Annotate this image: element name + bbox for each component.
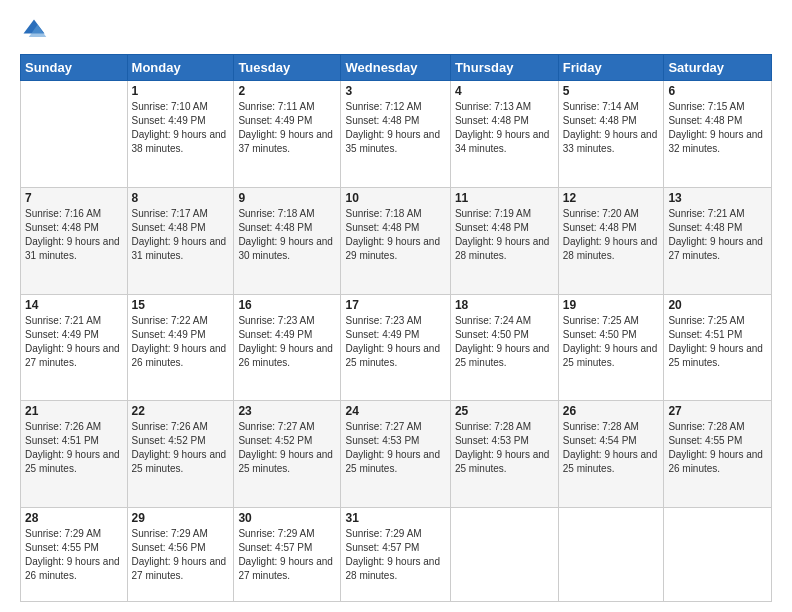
calendar-cell: 5Sunrise: 7:14 AMSunset: 4:48 PMDaylight… xyxy=(558,81,664,188)
day-number: 22 xyxy=(132,404,230,418)
day-info: Sunrise: 7:14 AMSunset: 4:48 PMDaylight:… xyxy=(563,100,660,156)
day-number: 11 xyxy=(455,191,554,205)
calendar-week-row: 21Sunrise: 7:26 AMSunset: 4:51 PMDayligh… xyxy=(21,401,772,508)
calendar-cell xyxy=(558,508,664,602)
day-number: 25 xyxy=(455,404,554,418)
day-info: Sunrise: 7:28 AMSunset: 4:55 PMDaylight:… xyxy=(668,420,767,476)
day-number: 30 xyxy=(238,511,336,525)
day-number: 9 xyxy=(238,191,336,205)
page: SundayMondayTuesdayWednesdayThursdayFrid… xyxy=(0,0,792,612)
weekday-header-friday: Friday xyxy=(558,55,664,81)
day-info: Sunrise: 7:25 AMSunset: 4:51 PMDaylight:… xyxy=(668,314,767,370)
day-info: Sunrise: 7:21 AMSunset: 4:48 PMDaylight:… xyxy=(668,207,767,263)
day-info: Sunrise: 7:27 AMSunset: 4:52 PMDaylight:… xyxy=(238,420,336,476)
calendar-week-row: 28Sunrise: 7:29 AMSunset: 4:55 PMDayligh… xyxy=(21,508,772,602)
day-info: Sunrise: 7:20 AMSunset: 4:48 PMDaylight:… xyxy=(563,207,660,263)
calendar-week-row: 7Sunrise: 7:16 AMSunset: 4:48 PMDaylight… xyxy=(21,187,772,294)
calendar-week-row: 1Sunrise: 7:10 AMSunset: 4:49 PMDaylight… xyxy=(21,81,772,188)
calendar-cell: 22Sunrise: 7:26 AMSunset: 4:52 PMDayligh… xyxy=(127,401,234,508)
day-info: Sunrise: 7:18 AMSunset: 4:48 PMDaylight:… xyxy=(345,207,445,263)
day-number: 14 xyxy=(25,298,123,312)
calendar-cell: 30Sunrise: 7:29 AMSunset: 4:57 PMDayligh… xyxy=(234,508,341,602)
day-info: Sunrise: 7:26 AMSunset: 4:51 PMDaylight:… xyxy=(25,420,123,476)
day-info: Sunrise: 7:17 AMSunset: 4:48 PMDaylight:… xyxy=(132,207,230,263)
day-info: Sunrise: 7:29 AMSunset: 4:55 PMDaylight:… xyxy=(25,527,123,583)
day-info: Sunrise: 7:27 AMSunset: 4:53 PMDaylight:… xyxy=(345,420,445,476)
calendar-cell: 3Sunrise: 7:12 AMSunset: 4:48 PMDaylight… xyxy=(341,81,450,188)
day-number: 18 xyxy=(455,298,554,312)
calendar-cell: 16Sunrise: 7:23 AMSunset: 4:49 PMDayligh… xyxy=(234,294,341,401)
day-info: Sunrise: 7:23 AMSunset: 4:49 PMDaylight:… xyxy=(238,314,336,370)
day-number: 29 xyxy=(132,511,230,525)
day-info: Sunrise: 7:24 AMSunset: 4:50 PMDaylight:… xyxy=(455,314,554,370)
calendar-cell xyxy=(21,81,128,188)
day-number: 27 xyxy=(668,404,767,418)
day-number: 26 xyxy=(563,404,660,418)
calendar-cell: 21Sunrise: 7:26 AMSunset: 4:51 PMDayligh… xyxy=(21,401,128,508)
calendar-cell: 11Sunrise: 7:19 AMSunset: 4:48 PMDayligh… xyxy=(450,187,558,294)
day-number: 6 xyxy=(668,84,767,98)
calendar-cell: 8Sunrise: 7:17 AMSunset: 4:48 PMDaylight… xyxy=(127,187,234,294)
day-info: Sunrise: 7:22 AMSunset: 4:49 PMDaylight:… xyxy=(132,314,230,370)
logo xyxy=(20,16,52,44)
day-info: Sunrise: 7:29 AMSunset: 4:57 PMDaylight:… xyxy=(238,527,336,583)
calendar-cell: 9Sunrise: 7:18 AMSunset: 4:48 PMDaylight… xyxy=(234,187,341,294)
logo-icon xyxy=(20,16,48,44)
day-number: 10 xyxy=(345,191,445,205)
calendar-cell: 13Sunrise: 7:21 AMSunset: 4:48 PMDayligh… xyxy=(664,187,772,294)
calendar-cell: 14Sunrise: 7:21 AMSunset: 4:49 PMDayligh… xyxy=(21,294,128,401)
calendar-cell: 28Sunrise: 7:29 AMSunset: 4:55 PMDayligh… xyxy=(21,508,128,602)
weekday-header-thursday: Thursday xyxy=(450,55,558,81)
day-info: Sunrise: 7:13 AMSunset: 4:48 PMDaylight:… xyxy=(455,100,554,156)
day-number: 17 xyxy=(345,298,445,312)
day-number: 5 xyxy=(563,84,660,98)
calendar-table: SundayMondayTuesdayWednesdayThursdayFrid… xyxy=(20,54,772,602)
day-info: Sunrise: 7:28 AMSunset: 4:53 PMDaylight:… xyxy=(455,420,554,476)
calendar-cell: 15Sunrise: 7:22 AMSunset: 4:49 PMDayligh… xyxy=(127,294,234,401)
day-info: Sunrise: 7:10 AMSunset: 4:49 PMDaylight:… xyxy=(132,100,230,156)
day-info: Sunrise: 7:25 AMSunset: 4:50 PMDaylight:… xyxy=(563,314,660,370)
day-info: Sunrise: 7:12 AMSunset: 4:48 PMDaylight:… xyxy=(345,100,445,156)
day-number: 2 xyxy=(238,84,336,98)
day-number: 23 xyxy=(238,404,336,418)
calendar-cell: 6Sunrise: 7:15 AMSunset: 4:48 PMDaylight… xyxy=(664,81,772,188)
day-info: Sunrise: 7:16 AMSunset: 4:48 PMDaylight:… xyxy=(25,207,123,263)
day-number: 15 xyxy=(132,298,230,312)
day-number: 8 xyxy=(132,191,230,205)
calendar-cell: 12Sunrise: 7:20 AMSunset: 4:48 PMDayligh… xyxy=(558,187,664,294)
weekday-header-wednesday: Wednesday xyxy=(341,55,450,81)
day-number: 16 xyxy=(238,298,336,312)
day-number: 28 xyxy=(25,511,123,525)
day-info: Sunrise: 7:15 AMSunset: 4:48 PMDaylight:… xyxy=(668,100,767,156)
day-number: 21 xyxy=(25,404,123,418)
calendar-cell: 18Sunrise: 7:24 AMSunset: 4:50 PMDayligh… xyxy=(450,294,558,401)
calendar-cell: 31Sunrise: 7:29 AMSunset: 4:57 PMDayligh… xyxy=(341,508,450,602)
day-number: 20 xyxy=(668,298,767,312)
day-number: 24 xyxy=(345,404,445,418)
calendar-cell: 26Sunrise: 7:28 AMSunset: 4:54 PMDayligh… xyxy=(558,401,664,508)
calendar-cell: 24Sunrise: 7:27 AMSunset: 4:53 PMDayligh… xyxy=(341,401,450,508)
calendar-cell xyxy=(450,508,558,602)
day-number: 1 xyxy=(132,84,230,98)
calendar-cell: 17Sunrise: 7:23 AMSunset: 4:49 PMDayligh… xyxy=(341,294,450,401)
calendar-cell: 25Sunrise: 7:28 AMSunset: 4:53 PMDayligh… xyxy=(450,401,558,508)
calendar-cell: 23Sunrise: 7:27 AMSunset: 4:52 PMDayligh… xyxy=(234,401,341,508)
calendar-cell: 29Sunrise: 7:29 AMSunset: 4:56 PMDayligh… xyxy=(127,508,234,602)
day-info: Sunrise: 7:28 AMSunset: 4:54 PMDaylight:… xyxy=(563,420,660,476)
day-info: Sunrise: 7:23 AMSunset: 4:49 PMDaylight:… xyxy=(345,314,445,370)
day-number: 3 xyxy=(345,84,445,98)
calendar-cell: 27Sunrise: 7:28 AMSunset: 4:55 PMDayligh… xyxy=(664,401,772,508)
day-info: Sunrise: 7:26 AMSunset: 4:52 PMDaylight:… xyxy=(132,420,230,476)
weekday-header-sunday: Sunday xyxy=(21,55,128,81)
day-info: Sunrise: 7:29 AMSunset: 4:56 PMDaylight:… xyxy=(132,527,230,583)
weekday-header-row: SundayMondayTuesdayWednesdayThursdayFrid… xyxy=(21,55,772,81)
day-info: Sunrise: 7:18 AMSunset: 4:48 PMDaylight:… xyxy=(238,207,336,263)
day-info: Sunrise: 7:21 AMSunset: 4:49 PMDaylight:… xyxy=(25,314,123,370)
calendar-cell: 4Sunrise: 7:13 AMSunset: 4:48 PMDaylight… xyxy=(450,81,558,188)
calendar-cell: 19Sunrise: 7:25 AMSunset: 4:50 PMDayligh… xyxy=(558,294,664,401)
weekday-header-monday: Monday xyxy=(127,55,234,81)
day-number: 12 xyxy=(563,191,660,205)
day-number: 4 xyxy=(455,84,554,98)
day-number: 13 xyxy=(668,191,767,205)
day-info: Sunrise: 7:11 AMSunset: 4:49 PMDaylight:… xyxy=(238,100,336,156)
